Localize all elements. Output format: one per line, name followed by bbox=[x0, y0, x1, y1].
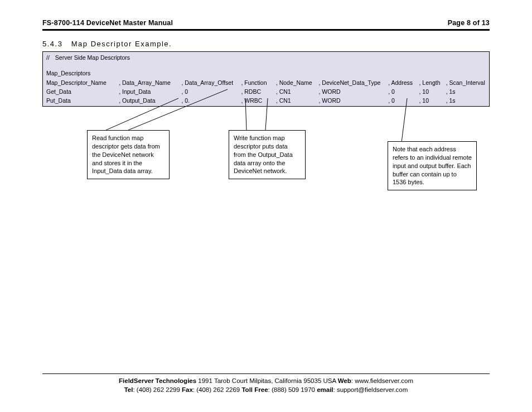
footer-fax-label: Fax bbox=[182, 386, 193, 393]
footer-tollfree-label: Toll Free bbox=[241, 386, 268, 393]
svg-line-2 bbox=[245, 98, 246, 130]
page: FS-8700-114 DeviceNet Master Manual Page… bbox=[0, 0, 532, 412]
svg-line-4 bbox=[402, 98, 407, 142]
footer-email: : support@fieldserver.com bbox=[333, 386, 408, 393]
footer-tel-label: Tel bbox=[124, 386, 133, 393]
footer-company: FieldServer Technologies bbox=[119, 377, 196, 384]
page-footer: FieldServer Technologies 1991 Tarob Cour… bbox=[42, 373, 490, 394]
callout-read: Read function map descriptor gets data f… bbox=[87, 130, 170, 179]
footer-tollfree: : (888) 509 1970 bbox=[268, 386, 317, 393]
svg-line-3 bbox=[265, 98, 268, 130]
footer-email-label: email bbox=[317, 386, 333, 393]
footer-line-2: Tel: (408) 262 2299 Fax: (408) 262 2269 … bbox=[42, 385, 490, 394]
svg-line-1 bbox=[128, 89, 228, 130]
footer-address: 1991 Tarob Court Milpitas, California 95… bbox=[196, 377, 338, 384]
footer-tel: : (408) 262 2299 bbox=[133, 386, 182, 393]
footer-web: : www.fieldserver.com bbox=[351, 377, 413, 384]
footer-fax: : (408) 262 2269 bbox=[193, 386, 242, 393]
footer-web-label: Web bbox=[338, 377, 351, 384]
callout-address: Note that each address refers to an indi… bbox=[388, 141, 477, 190]
footer-rule bbox=[42, 373, 490, 374]
connector-lines bbox=[0, 0, 532, 412]
footer-line-1: FieldServer Technologies 1991 Tarob Cour… bbox=[42, 376, 490, 385]
callout-write: Write function map descriptor puts data … bbox=[229, 130, 306, 179]
